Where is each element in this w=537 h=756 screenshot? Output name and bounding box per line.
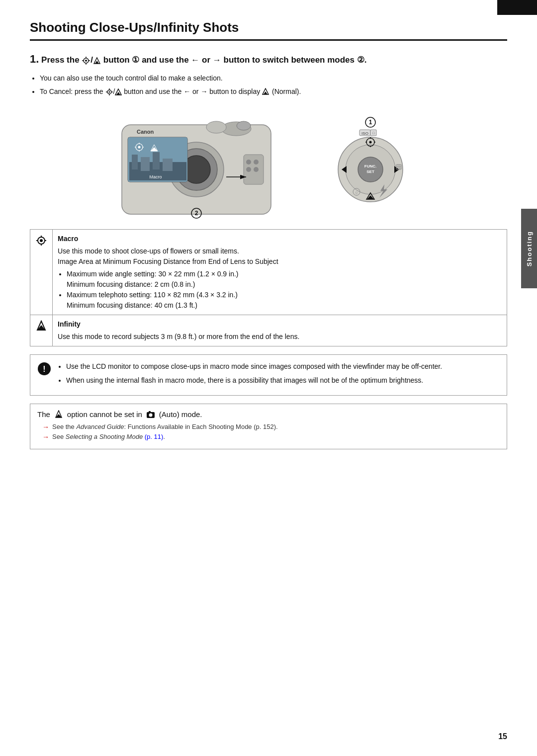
info-box: The option cannot be set in (Auto) mode.… [30, 404, 507, 449]
svg-text:!: ! [43, 365, 45, 373]
caution-icon: ! [37, 362, 51, 376]
camera-illustration: Macro Canon 2 [117, 105, 306, 219]
svg-point-45 [254, 167, 259, 172]
mode-table: Macro Use this mode to shoot close-ups o… [30, 229, 507, 346]
infinity-icon-cell [30, 315, 53, 346]
page-container: Shooting Shooting Close-Ups/Infinity Sho… [0, 0, 537, 756]
info-text-before: The [37, 410, 50, 419]
svg-text:Macro: Macro [149, 174, 162, 179]
infinity-label: Infinity [58, 319, 502, 330]
warning-bullet-2: When using the internal flash in macro m… [66, 375, 442, 386]
bullet-2: To Cancel: press the / button and use th… [40, 86, 507, 97]
svg-rect-26 [141, 157, 150, 171]
side-tab-label: Shooting [526, 231, 533, 266]
infinity-desc: Use this mode to record subjects 3 m (9.… [58, 333, 299, 340]
macro-icon-cell [30, 230, 53, 315]
page-number: 15 [498, 732, 507, 741]
svg-rect-28 [163, 159, 173, 171]
svg-point-43 [254, 160, 259, 165]
arrow-icon-2: → [42, 433, 49, 441]
step1-heading: 1. Press the / button ① and use the ← or… [30, 51, 507, 67]
svg-point-81 [40, 239, 43, 242]
svg-rect-94 [149, 411, 151, 413]
warning-box: ! Use the LCD monitor to compose close-u… [30, 354, 507, 396]
svg-text:1: 1 [369, 119, 372, 126]
svg-point-40 [206, 121, 226, 133]
svg-point-9 [108, 91, 110, 93]
mountain-icon-inline [115, 88, 122, 95]
infinity-content: Infinity Use this mode to record subject… [53, 315, 507, 346]
warning-icon: ! [37, 362, 51, 379]
macro-bullet-2: Maximum telephoto setting: 110 × 82 mm (… [67, 290, 502, 311]
warning-bullet-1: Use the LCD monitor to compose close-ups… [66, 361, 442, 372]
side-tab: Shooting [521, 209, 537, 288]
infinity-info-icon [54, 410, 63, 419]
macro-desc: Use this mode to shoot close-ups of flow… [58, 247, 239, 255]
mountain-icon [93, 57, 101, 65]
link-2-text: See Selecting a Shooting Mode (p. 11). [52, 433, 165, 440]
page-title: Shooting Close-Ups/Infinity Shots [30, 20, 507, 41]
macro-table-icon [35, 235, 47, 247]
svg-point-93 [149, 413, 152, 417]
svg-text:☺: ☺ [355, 190, 358, 195]
info-links: → See the Advanced Guide: Functions Avai… [42, 423, 500, 441]
macro-sub-label: Image Area at Minimum Focusing Distance … [58, 257, 278, 265]
macro-icon [82, 56, 90, 65]
link-1-text: See the Advanced Guide: Functions Availa… [52, 423, 278, 430]
info-option-text: option cannot be set in [67, 410, 142, 419]
svg-point-39 [237, 121, 251, 130]
svg-point-65 [369, 141, 372, 144]
svg-point-42 [246, 160, 251, 165]
svg-text:2: 2 [195, 210, 198, 217]
image-area: Macro Canon 2 [30, 105, 507, 219]
svg-text:SET: SET [366, 169, 374, 174]
mountain-normal-icon [262, 88, 270, 96]
step1-bullets: You can also use the touch control dial … [40, 73, 507, 97]
arrow-icon-1: → [42, 423, 49, 431]
control-panel-illustration: 1 ISO □ FUNC. SET [321, 112, 420, 212]
infinity-row: Infinity Use this mode to record subject… [30, 315, 507, 346]
svg-text:Canon: Canon [137, 129, 154, 135]
svg-text:ISO: ISO [361, 131, 368, 136]
svg-point-44 [246, 167, 251, 172]
macro-label: Macro [58, 234, 502, 244]
infinity-table-icon [35, 320, 47, 332]
svg-rect-27 [153, 152, 160, 169]
svg-point-1 [85, 60, 87, 62]
info-main-text: The option cannot be set in (Auto) mode. [37, 410, 500, 419]
auto-camera-icon [146, 410, 155, 419]
macro-icon-inline [105, 88, 113, 96]
macro-content: Macro Use this mode to shoot close-ups o… [53, 230, 507, 315]
top-bar-decoration [497, 0, 537, 15]
svg-text:FUNC.: FUNC. [364, 164, 376, 168]
info-link-2: → See Selecting a Shooting Mode (p. 11). [42, 433, 500, 441]
bullet-1: You can also use the touch control dial … [40, 73, 507, 84]
svg-point-30 [138, 146, 141, 149]
info-auto-text: (Auto) mode. [159, 410, 202, 419]
info-link-1: → See the Advanced Guide: Functions Avai… [42, 423, 500, 431]
warning-text: Use the LCD monitor to compose close-ups… [57, 361, 442, 389]
macro-bullet-1: Maximum wide angle setting: 30 × 22 mm (… [67, 269, 502, 290]
step-number: 1. [30, 53, 39, 65]
svg-rect-25 [132, 155, 138, 169]
macro-row: Macro Use this mode to shoot close-ups o… [30, 230, 507, 315]
